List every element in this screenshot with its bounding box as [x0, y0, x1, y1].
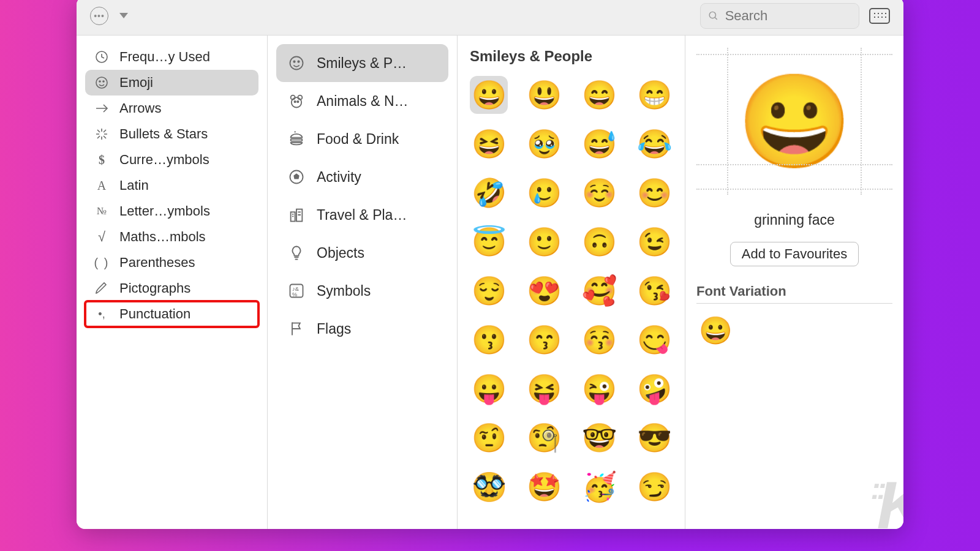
category-label: Curre…ymbols [119, 152, 209, 168]
emoji-cell[interactable]: 😗 [470, 321, 508, 359]
divider [696, 303, 892, 304]
emoji-cell[interactable]: 😅 [580, 125, 618, 163]
emoji-cell[interactable]: 😉 [635, 223, 673, 261]
character-viewer-window: ••• Frequ…y Used Emoji Arrows [77, 0, 903, 529]
chevron-down-icon[interactable] [119, 13, 128, 18]
emoji-cell[interactable]: 😍 [525, 272, 563, 310]
emoji-cell[interactable]: 😆 [470, 125, 508, 163]
svg-line-13 [104, 130, 106, 132]
emoji-cell[interactable]: 😌 [470, 272, 508, 310]
keyboard-viewer-icon[interactable] [869, 8, 890, 24]
emoji-cell[interactable]: 😏 [635, 468, 673, 506]
dollar-icon: $ [94, 152, 110, 168]
emoji-cell[interactable]: 🥰 [580, 272, 618, 310]
emoji-cell[interactable]: 🤩 [525, 468, 563, 506]
category-pictographs[interactable]: Pictographs [85, 276, 258, 301]
emoji-cell[interactable]: ☺️ [580, 174, 618, 212]
subcategory-label: Activity [317, 169, 361, 186]
subcategory-activity[interactable]: Activity [276, 158, 448, 196]
emoji-cell[interactable]: 😙 [525, 321, 563, 359]
subcategory-travel-places[interactable]: Travel & Pla… [276, 196, 448, 234]
emoji-cell[interactable]: 😃 [525, 76, 563, 114]
emoji-grid-panel: Smileys & People 😀😃😄😁😆🥹😅😂🤣🥲☺️😊😇🙂🙃😉😌😍🥰😘😗😙… [458, 36, 685, 529]
more-options-icon[interactable]: ••• [90, 7, 108, 25]
emoji-cell[interactable]: 😂 [635, 125, 673, 163]
subcategory-label: Travel & Pla… [317, 207, 407, 223]
svg-point-21 [295, 101, 296, 102]
svg-marker-26 [293, 173, 299, 179]
subcategory-label: Food & Drink [317, 131, 399, 148]
category-label: Maths…mbols [119, 229, 206, 245]
emoji-cell[interactable]: 😜 [580, 370, 618, 408]
category-latin[interactable]: A Latin [85, 173, 258, 198]
emoji-cell[interactable]: 🤓 [580, 419, 618, 457]
grid-title: Smileys & People [470, 48, 673, 65]
emoji-cell[interactable]: 😝 [525, 370, 563, 408]
emoji-cell[interactable]: 😁 [635, 76, 673, 114]
emoji-cell[interactable]: 🥲 [525, 174, 563, 212]
emoji-cell[interactable]: 😄 [580, 76, 618, 114]
emoji-cell[interactable]: 🥸 [470, 468, 508, 506]
add-to-favourites-button[interactable]: Add to Favourites [730, 242, 859, 266]
emoji-cell[interactable]: 😀 [470, 76, 508, 114]
bulb-icon [287, 244, 306, 262]
svg-point-15 [290, 57, 303, 70]
category-maths[interactable]: √ Maths…mbols [85, 224, 258, 250]
clock-icon [94, 49, 110, 65]
bear-icon [287, 92, 306, 110]
emoji-cell[interactable]: 😇 [470, 223, 508, 261]
subcategory-food-drink[interactable]: Food & Drink [276, 120, 448, 158]
category-punctuation[interactable]: •, Punctuation [85, 301, 258, 327]
category-label: Latin [119, 178, 149, 193]
subcategory-animals-nature[interactable]: Animals & N… [276, 82, 448, 120]
search-input[interactable] [725, 8, 851, 24]
subcategory-flags[interactable]: Flags [276, 310, 448, 348]
category-letterlike[interactable]: № Letter…ymbols [85, 198, 258, 224]
watermark-icon: ::K [865, 466, 903, 529]
category-label: Emoji [119, 75, 153, 91]
emoji-cell[interactable]: 🤣 [470, 174, 508, 212]
svg-text:%: % [292, 291, 297, 298]
burst-icon [94, 126, 110, 142]
subcategory-label: Objects [317, 245, 364, 261]
emoji-cell[interactable]: 🙂 [525, 223, 563, 261]
subcategory-sidebar: Smileys & P… Animals & N… Food & Drink A… [268, 36, 458, 529]
emoji-cell[interactable]: 🙃 [580, 223, 618, 261]
svg-point-16 [293, 61, 295, 62]
subcategory-objects[interactable]: Objects [276, 234, 448, 272]
emoji-cell[interactable]: 🤪 [635, 370, 673, 408]
subcategory-symbols[interactable]: ♪&% Symbols [276, 272, 448, 310]
svg-point-5 [103, 81, 104, 82]
font-variation-item[interactable]: 😀 [699, 315, 892, 347]
category-label: Letter…ymbols [119, 203, 210, 219]
search-icon [708, 10, 719, 22]
titlebar: ••• [77, 0, 903, 36]
category-bullets-stars[interactable]: Bullets & Stars [85, 121, 258, 147]
category-emoji[interactable]: Emoji [85, 70, 258, 96]
emoji-cell[interactable]: 😊 [635, 174, 673, 212]
emoji-cell[interactable]: 😎 [635, 419, 673, 457]
emoji-cell[interactable]: 🥹 [525, 125, 563, 163]
svg-line-11 [97, 130, 100, 132]
emoji-cell[interactable]: 😘 [635, 272, 673, 310]
emoji-cell[interactable]: 🥳 [580, 468, 618, 506]
emoji-cell[interactable]: 🤨 [470, 419, 508, 457]
emoji-cell[interactable]: 😛 [470, 370, 508, 408]
preview-emoji: 😀 [737, 75, 852, 167]
svg-line-1 [715, 17, 717, 20]
svg-line-12 [104, 136, 106, 138]
category-frequently-used[interactable]: Frequ…y Used [85, 44, 258, 70]
emoji-cell[interactable]: 😋 [635, 321, 673, 359]
symbols-icon: ♪&% [287, 282, 306, 300]
category-currency[interactable]: $ Curre…ymbols [85, 147, 258, 173]
emoji-cell[interactable]: 😚 [580, 321, 618, 359]
category-arrows[interactable]: Arrows [85, 96, 258, 121]
category-label: Pictographs [119, 280, 190, 296]
smiley-icon [287, 54, 306, 72]
emoji-cell[interactable]: 🧐 [525, 419, 563, 457]
category-parentheses[interactable]: ( ) Parentheses [85, 250, 258, 276]
font-variation-title: Font Variation [696, 283, 892, 299]
subcategory-smileys-people[interactable]: Smileys & P… [276, 44, 448, 82]
search-field[interactable] [700, 3, 859, 29]
svg-line-14 [97, 136, 100, 138]
